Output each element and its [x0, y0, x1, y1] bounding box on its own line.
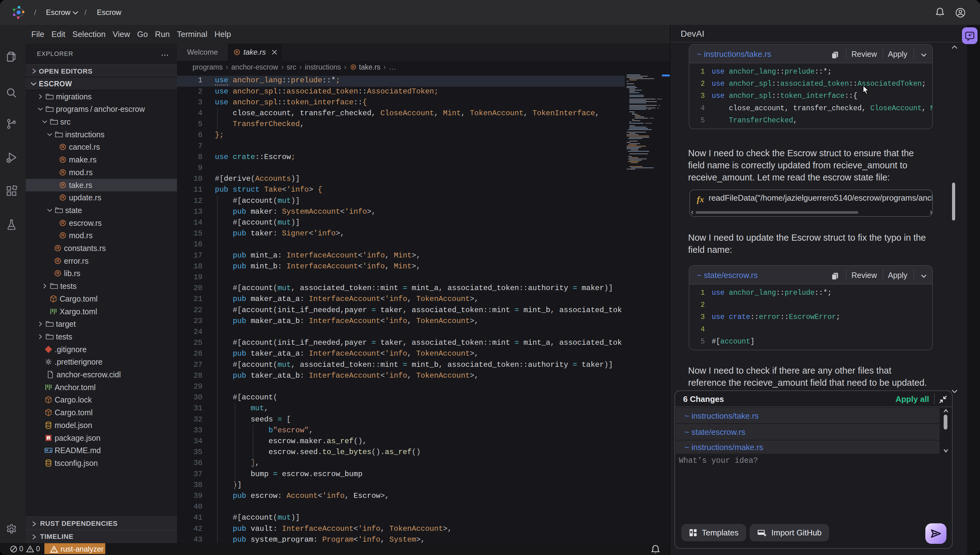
svg-text:R: R	[61, 183, 64, 187]
svg-text:R: R	[61, 221, 64, 225]
svg-text:R: R	[56, 259, 59, 263]
svg-text:R: R	[61, 157, 64, 162]
svg-text:R: R	[236, 50, 239, 54]
svg-text:R: R	[61, 196, 64, 200]
svg-text:R: R	[61, 145, 64, 149]
svg-text:R: R	[61, 170, 64, 175]
svg-text:R: R	[56, 246, 59, 250]
svg-text:R: R	[56, 271, 59, 276]
svg-text:R: R	[61, 234, 64, 238]
